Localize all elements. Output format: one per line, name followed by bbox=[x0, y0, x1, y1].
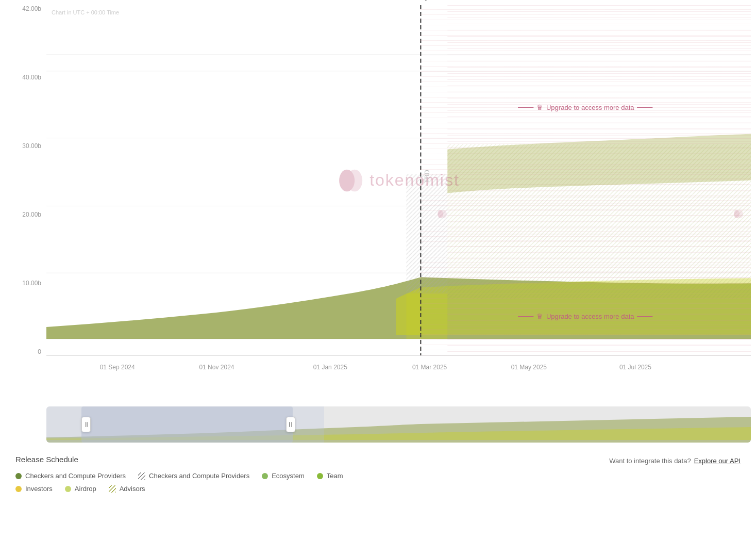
legend-item-advisors: Advisors bbox=[109, 485, 145, 493]
svg-point-19 bbox=[347, 169, 362, 191]
upgrade-badge-top: ♛ Upgrade to access more data bbox=[518, 103, 653, 111]
mini-watermark-2 bbox=[733, 208, 744, 220]
timeline-bar bbox=[46, 406, 751, 443]
timeline-handle-left[interactable] bbox=[81, 417, 91, 432]
timeline-selection bbox=[81, 406, 293, 443]
x-label-mar: 01 Mar 2025 bbox=[412, 364, 447, 371]
legend-row-1: Checkers and Compute Providers Checkers … bbox=[15, 472, 609, 480]
release-title: Release Schedule bbox=[15, 455, 609, 464]
legend-item-checkers-dot: Checkers and Compute Providers bbox=[15, 472, 126, 480]
checkers-dot-label: Checkers and Compute Providers bbox=[25, 472, 126, 480]
advisors-hatch-icon bbox=[109, 485, 116, 493]
legend-item-team: Team bbox=[317, 472, 343, 480]
upgrade-label-bottom[interactable]: Upgrade to access more data bbox=[546, 313, 634, 320]
legend-item-investors: Investors bbox=[15, 485, 53, 493]
handle-line bbox=[291, 422, 292, 427]
upgrade-badge-bottom: ♛ Upgrade to access more data bbox=[518, 312, 653, 320]
upgrade-overlay: ♛ Upgrade to access more data ♛ Upgrade … bbox=[420, 5, 751, 355]
chart-area: Chart in UTC + 00:00 Time 0 10.00b 20.00… bbox=[46, 5, 751, 356]
handle-line bbox=[289, 422, 290, 427]
handle-line bbox=[87, 422, 88, 427]
api-link-section: Want to integrate this data? Explore our… bbox=[609, 457, 741, 465]
checkers-dot-icon bbox=[15, 473, 22, 479]
x-label-may: 01 May 2025 bbox=[511, 364, 547, 371]
x-label-nov: 01 Nov 2024 bbox=[199, 364, 234, 371]
legend-container: Release Schedule Checkers and Compute Pr… bbox=[15, 455, 609, 493]
crown-icon-top: ♛ bbox=[536, 103, 543, 111]
api-text: Want to integrate this data? bbox=[609, 457, 691, 465]
airdrop-label: Airdrop bbox=[75, 485, 96, 493]
team-dot-icon bbox=[317, 473, 323, 479]
chart-container: Chart in UTC + 00:00 Time 0 10.00b 20.00… bbox=[0, 0, 756, 402]
investors-label: Investors bbox=[25, 485, 53, 493]
watermark: tokenomist bbox=[338, 168, 460, 193]
y-label-42: 42.00b bbox=[5, 5, 41, 12]
checkers-hatch-label: Checkers and Compute Providers bbox=[149, 472, 249, 480]
x-label-jan: 01 Jan 2025 bbox=[313, 364, 347, 371]
y-label-20: 20.00b bbox=[5, 211, 41, 218]
y-axis: 0 10.00b 20.00b 30.00b 40.00b 42.00b bbox=[5, 5, 41, 355]
airdrop-dot-icon bbox=[65, 486, 71, 492]
legend-row-2: Investors Airdrop Advisors bbox=[15, 485, 609, 493]
legend-item-ecosystem: Ecosystem bbox=[262, 472, 305, 480]
ecosystem-label: Ecosystem bbox=[272, 472, 305, 480]
upgrade-label-top[interactable]: Upgrade to access more data bbox=[546, 104, 634, 111]
legend-item-airdrop: Airdrop bbox=[65, 485, 96, 493]
handle-lines-right bbox=[289, 422, 292, 427]
y-label-10: 10.00b bbox=[5, 280, 41, 287]
x-label-sep: 01 Sep 2024 bbox=[100, 364, 135, 371]
crown-icon-bottom: ♛ bbox=[536, 312, 543, 320]
checkers-hatch-icon bbox=[138, 472, 145, 480]
timeline-handle-right[interactable] bbox=[286, 417, 295, 432]
advisors-label: Advisors bbox=[120, 485, 145, 493]
legend-item-checkers-hatch: Checkers and Compute Providers bbox=[138, 472, 249, 480]
ecosystem-dot-icon bbox=[262, 473, 268, 479]
today-label: Today bbox=[411, 0, 428, 1]
y-label-30: 30.00b bbox=[5, 142, 41, 150]
mini-watermark-1 bbox=[436, 208, 448, 220]
team-label: Team bbox=[327, 472, 343, 480]
investors-dot-icon bbox=[15, 486, 22, 492]
legend-rows: Checkers and Compute Providers Checkers … bbox=[15, 472, 609, 493]
release-section: Release Schedule Checkers and Compute Pr… bbox=[0, 443, 756, 505]
watermark-text: tokenomist bbox=[369, 171, 460, 190]
svg-point-15 bbox=[441, 210, 446, 218]
x-axis: 01 Sep 2024 01 Nov 2024 01 Jan 2025 01 M… bbox=[46, 358, 756, 376]
api-link[interactable]: Explore our API bbox=[694, 457, 741, 465]
tbd-label: TBD bbox=[423, 170, 431, 183]
handle-line bbox=[85, 422, 86, 427]
x-label-jul: 01 Jul 2025 bbox=[619, 364, 651, 371]
watermark-logo-icon bbox=[338, 168, 363, 193]
y-label-40: 40.00b bbox=[5, 74, 41, 81]
svg-point-17 bbox=[737, 210, 743, 218]
y-label-0: 0 bbox=[5, 348, 41, 355]
handle-lines-left bbox=[85, 422, 88, 427]
